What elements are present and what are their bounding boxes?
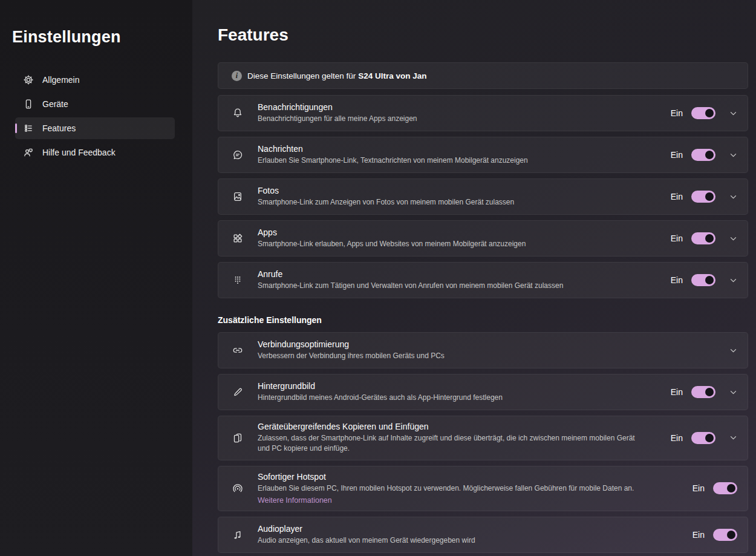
brush-icon bbox=[232, 386, 244, 398]
toggle-switch[interactable] bbox=[691, 274, 715, 286]
copy-icon bbox=[232, 432, 244, 444]
gear-icon bbox=[22, 74, 34, 86]
toggle-state-label: Ein bbox=[692, 483, 705, 493]
setting-description: Erlauben Sie diesem PC, Ihren mobilen Ho… bbox=[258, 483, 648, 494]
setting-row-verbindungsoptimierung[interactable]: Verbindungsoptimierung Verbessern der Ve… bbox=[218, 332, 748, 368]
toggle-switch[interactable] bbox=[691, 107, 715, 119]
toggle-knob bbox=[705, 192, 714, 201]
link-icon bbox=[232, 344, 244, 356]
setting-description: Verbessern der Verbindung ihres mobilen … bbox=[258, 351, 648, 361]
toggle-switch[interactable] bbox=[713, 482, 737, 494]
setting-row-fotos[interactable]: Fotos Smartphone-Link zum Anzeigen von F… bbox=[218, 178, 748, 215]
setting-description: Erlauben Sie Smartphone-Link, Textnachri… bbox=[258, 155, 648, 166]
toggle-knob bbox=[705, 234, 714, 243]
toggle-switch[interactable] bbox=[691, 191, 715, 203]
setting-description: Benachrichtigungen für alle meine Apps a… bbox=[258, 114, 648, 124]
sidebar-item-hilfe-und-feedback[interactable]: Hilfe und Feedback bbox=[15, 142, 175, 163]
toggle-state-label: Ein bbox=[671, 108, 683, 118]
toggle-switch[interactable] bbox=[691, 232, 715, 244]
section-label: Zusätzliche Einstellungen bbox=[218, 315, 748, 325]
feedback-icon bbox=[22, 146, 34, 159]
chevron-down-icon[interactable] bbox=[729, 151, 737, 159]
setting-description: Smartphone-Link zum Tätigen und Verwalte… bbox=[258, 281, 648, 291]
toggle-knob bbox=[705, 151, 714, 159]
chevron-down-icon[interactable] bbox=[729, 276, 737, 284]
sidebar-item-allgemein[interactable]: Allgemein bbox=[15, 69, 175, 91]
chevron-down-icon[interactable] bbox=[729, 193, 737, 201]
setting-description: Audio anzeigen, das aktuell von meinem G… bbox=[258, 535, 648, 546]
phone-icon bbox=[22, 98, 34, 110]
sidebar-nav: Allgemein Geräte Features bbox=[15, 69, 175, 163]
setting-row-anrufe[interactable]: Anrufe Smartphone-Link zum Tätigen und V… bbox=[218, 262, 748, 298]
setting-row-kopieren-einfuegen[interactable]: Geräteübergreifendes Kopieren und Einfüg… bbox=[218, 416, 748, 460]
toggle-state-label: Ein bbox=[671, 275, 683, 285]
setting-description: Smartphone-Link erlauben, Apps und Websi… bbox=[258, 239, 648, 249]
setting-row-apps[interactable]: Apps Smartphone-Link erlauben, Apps und … bbox=[218, 220, 748, 257]
device-name: S24 Ultra von Jan bbox=[358, 71, 426, 80]
toggle-knob bbox=[705, 276, 714, 284]
feature-rows: Benachrichtigungen Benachrichtigungen fü… bbox=[218, 95, 748, 298]
toggle-knob bbox=[727, 531, 735, 539]
setting-title: Benachrichtigungen bbox=[258, 102, 659, 112]
sidebar-item-features[interactable]: Features bbox=[15, 117, 175, 139]
toggle-switch[interactable] bbox=[713, 529, 737, 541]
setting-title: Sofortiger Hotspot bbox=[258, 472, 680, 482]
bell-icon bbox=[232, 107, 244, 119]
setting-description: Smartphone-Link zum Anzeigen von Fotos v… bbox=[258, 197, 648, 208]
setting-row-sofortiger-hotspot[interactable]: Sofortiger Hotspot Erlauben Sie diesem P… bbox=[218, 466, 748, 511]
page-title: Features bbox=[218, 24, 748, 46]
info-icon: i bbox=[232, 71, 242, 81]
music-icon bbox=[232, 529, 244, 541]
setting-title: Apps bbox=[258, 227, 659, 237]
setting-title: Audioplayer bbox=[258, 524, 680, 534]
setting-title: Anrufe bbox=[258, 269, 659, 279]
toggle-knob bbox=[727, 484, 735, 492]
setting-title: Nachrichten bbox=[258, 144, 659, 154]
info-banner: i Diese Einstellungen gelten für S24 Ult… bbox=[218, 62, 748, 89]
chevron-down-icon[interactable] bbox=[729, 347, 737, 355]
setting-title: Hintergrundbild bbox=[258, 381, 659, 391]
sidebar-title: Einstellungen bbox=[12, 27, 180, 47]
toggle-switch[interactable] bbox=[691, 149, 715, 161]
setting-row-nachrichten[interactable]: Nachrichten Erlauben Sie Smartphone-Link… bbox=[218, 137, 748, 173]
toggle-state-label: Ein bbox=[671, 150, 683, 160]
features-page: Features i Diese Einstellungen gelten fü… bbox=[192, 0, 756, 556]
setting-row-hintergrundbild[interactable]: Hintergrundbild Hintergrundbild meines A… bbox=[218, 374, 748, 410]
dialpad-icon bbox=[232, 274, 244, 286]
photo-icon bbox=[232, 191, 244, 203]
setting-row-audioplayer[interactable]: Audioplayer Audio anzeigen, das aktuell … bbox=[218, 517, 748, 553]
toggle-state-label: Ein bbox=[671, 387, 683, 397]
sidebar-item-label: Geräte bbox=[42, 99, 68, 109]
additional-rows: Verbindungsoptimierung Verbessern der Ve… bbox=[218, 332, 748, 553]
message-icon bbox=[232, 149, 244, 161]
sidebar-item-label: Features bbox=[42, 123, 76, 133]
toggle-knob bbox=[705, 109, 714, 117]
toggle-switch[interactable] bbox=[691, 386, 715, 398]
setting-description: Hintergrundbild meines Android-Gerätes a… bbox=[258, 393, 648, 403]
sidebar-item-label: Allgemein bbox=[42, 75, 79, 85]
toggle-knob bbox=[705, 434, 714, 442]
toggle-knob bbox=[705, 388, 714, 396]
hotspot-icon bbox=[232, 482, 244, 494]
setting-title: Verbindungsoptimierung bbox=[258, 339, 703, 349]
chevron-down-icon[interactable] bbox=[729, 110, 737, 117]
apps-icon bbox=[232, 232, 244, 244]
toggle-state-label: Ein bbox=[671, 234, 683, 243]
setting-description: Zulassen, dass der Smartphone-Link auf I… bbox=[258, 433, 648, 454]
toggle-switch[interactable] bbox=[691, 432, 715, 444]
chevron-down-icon[interactable] bbox=[729, 388, 737, 396]
info-banner-text: Diese Einstellungen gelten für S24 Ultra… bbox=[246, 71, 426, 80]
sidebar-item-label: Hilfe und Feedback bbox=[42, 148, 116, 157]
sidebar-item-geraete[interactable]: Geräte bbox=[15, 93, 175, 115]
chevron-down-icon[interactable] bbox=[729, 235, 737, 243]
toggle-state-label: Ein bbox=[671, 433, 683, 443]
setting-row-benachrichtigungen[interactable]: Benachrichtigungen Benachrichtigungen fü… bbox=[218, 95, 748, 131]
setting-title: Geräteübergreifendes Kopieren und Einfüg… bbox=[258, 422, 659, 431]
settings-sidebar: Einstellungen Allgemein bbox=[0, 0, 192, 556]
list-icon bbox=[22, 122, 34, 134]
learn-more-link[interactable]: Weitere Informationen bbox=[258, 496, 332, 505]
toggle-state-label: Ein bbox=[671, 192, 683, 201]
toggle-state-label: Ein bbox=[692, 530, 705, 540]
setting-title: Fotos bbox=[258, 186, 659, 195]
chevron-down-icon[interactable] bbox=[729, 434, 737, 442]
